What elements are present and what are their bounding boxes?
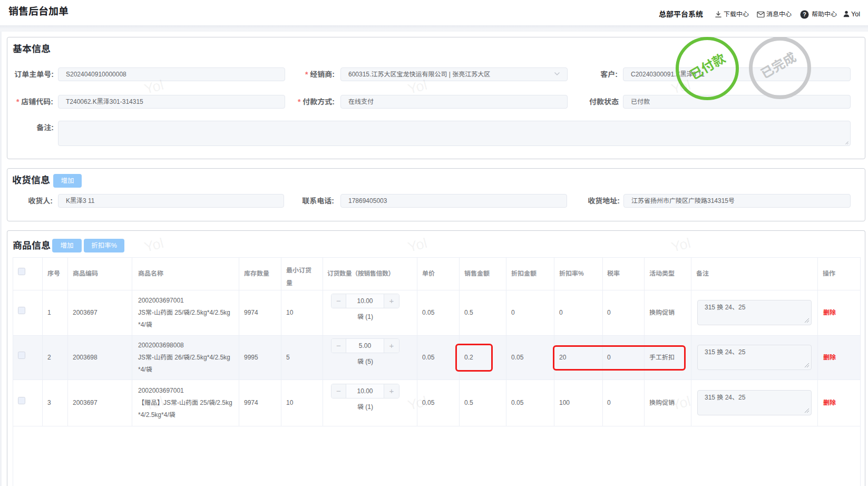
svg-text:?: ? xyxy=(803,11,806,17)
